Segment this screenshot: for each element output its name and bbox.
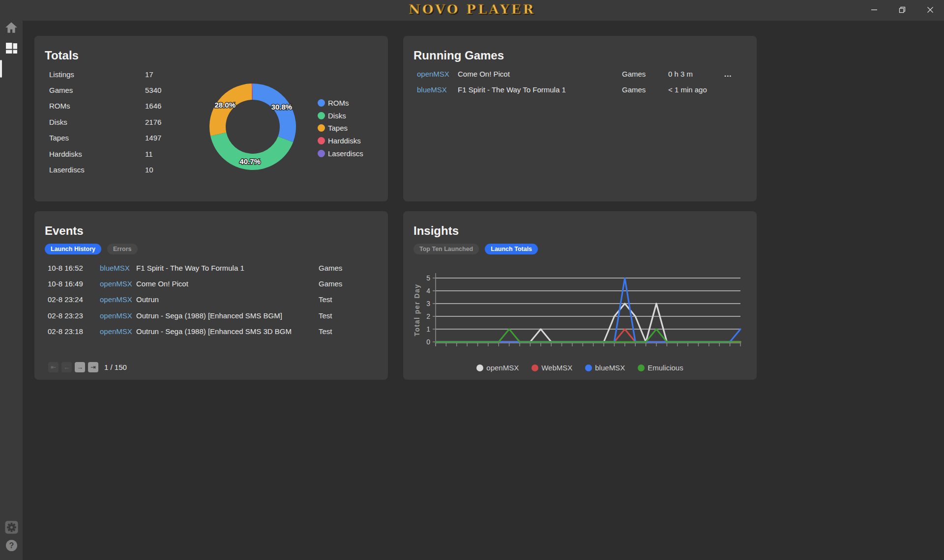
home-icon <box>5 22 18 33</box>
event-time: 10-8 16:49 <box>48 280 100 288</box>
event-row: 10-8 16:52blueMSXF1 Spirit - The Way To … <box>48 260 377 276</box>
totals-value: 2176 <box>145 118 161 126</box>
totals-row: Listings17 <box>49 66 211 82</box>
game-title: Come On! Picot <box>458 70 622 78</box>
legend-item: Tapes <box>318 122 363 135</box>
close-button[interactable] <box>919 0 942 20</box>
emulator-link: openMSX <box>100 280 136 288</box>
totals-donut-chart: 30.8%40.7%28.0% <box>199 73 307 181</box>
legend-dot <box>318 124 325 132</box>
event-row: 02-8 23:24openMSXOutrunTest <box>48 292 377 308</box>
legend-item: Emulicious <box>638 364 683 372</box>
legend-item: blueMSX <box>585 364 625 372</box>
tab-launch-history[interactable]: Launch History <box>45 244 101 254</box>
event-time: 02-8 23:24 <box>48 295 100 304</box>
legend-label: ROMs <box>328 99 349 107</box>
totals-value: 11 <box>145 150 153 158</box>
next-page-button[interactable]: → <box>75 362 85 372</box>
sidebar-item-dashboard[interactable] <box>0 42 23 55</box>
category-label: Test <box>319 327 332 336</box>
game-title: Outrun - Sega (1988) [Enhanced SMS BGM] <box>136 311 319 320</box>
panel-running-games: Running Games openMSX Come On! Picot Gam… <box>403 36 757 201</box>
totals-label: Harddisks <box>49 150 145 158</box>
svg-text:3: 3 <box>426 300 430 308</box>
legend-label: Tapes <box>328 124 348 132</box>
totals-row: Games5340 <box>49 82 211 98</box>
totals-value: 1497 <box>145 134 161 142</box>
insights-line-chart: 012345Total per Day <box>403 211 757 380</box>
totals-row: Tapes1497 <box>49 130 211 146</box>
legend-dot <box>318 112 325 119</box>
events-tabs: Launch History Errors <box>45 244 138 254</box>
events-list: 10-8 16:52blueMSXF1 Spirit - The Way To … <box>48 260 377 339</box>
running-row: openMSX Come On! Picot Games 0 h 3 m ... <box>417 66 747 82</box>
svg-text:5: 5 <box>426 274 430 282</box>
totals-row: Disks2176 <box>49 114 211 130</box>
gear-icon <box>5 521 18 534</box>
legend-label: WebMSX <box>541 364 572 372</box>
legend-item: Harddisks <box>318 135 363 147</box>
sidebar: ? <box>0 21 23 560</box>
panel-events: Events Launch History Errors 10-8 16:52b… <box>34 211 388 380</box>
app-logo: NOVO PLAYER <box>0 2 944 17</box>
totals-value: 5340 <box>145 86 161 94</box>
totals-label: ROMs <box>49 102 145 110</box>
legend-dot <box>318 137 325 144</box>
legend-dot <box>318 99 325 107</box>
svg-text:28.0%: 28.0% <box>215 101 236 109</box>
runtime-label: 0 h 3 m <box>668 70 724 78</box>
restore-icon <box>899 6 906 13</box>
legend-dot <box>318 150 325 157</box>
sidebar-item-help[interactable]: ? <box>0 539 23 552</box>
game-title: F1 Spirit - The Way To Formula 1 <box>136 264 319 272</box>
legend-label: Disks <box>328 112 346 120</box>
running-row: blueMSX F1 Spirit - The Way To Formula 1… <box>417 82 747 97</box>
legend-label: blueMSX <box>595 364 625 372</box>
last-page-button[interactable]: ⇥ <box>88 362 98 372</box>
legend-dot <box>531 364 538 371</box>
close-icon <box>927 6 934 13</box>
legend-dot <box>476 364 483 371</box>
panel-totals: Totals Listings17 Games5340 ROMs1646 Dis… <box>34 36 388 201</box>
totals-label: Laserdiscs <box>49 166 145 174</box>
question-glyph: ? <box>9 541 14 550</box>
totals-row: ROMs1646 <box>49 98 211 114</box>
event-row: 02-8 23:18openMSXOutrun - Sega (1988) [E… <box>48 324 377 339</box>
chart-legend: openMSX WebMSX blueMSX Emulicious <box>403 364 757 372</box>
maximize-button[interactable] <box>891 0 914 20</box>
page-indicator: 1 / 150 <box>104 363 127 371</box>
pagination: ⇤ ← → ⇥ 1 / 150 <box>48 362 127 372</box>
minimize-button[interactable] <box>863 0 885 20</box>
row-menu-button[interactable]: ... <box>724 70 732 78</box>
event-time: 02-8 23:23 <box>48 311 100 320</box>
category-label: Games <box>622 70 668 78</box>
category-label: Games <box>319 264 342 272</box>
sidebar-item-settings[interactable] <box>0 521 23 534</box>
legend-label: Harddisks <box>328 137 361 145</box>
panel-title: Events <box>45 224 84 238</box>
legend-item: WebMSX <box>531 364 572 372</box>
game-title: Come On! Picot <box>136 280 319 288</box>
prev-page-button[interactable]: ← <box>61 362 72 372</box>
legend-item: ROMs <box>318 97 363 110</box>
category-label: Test <box>319 311 332 320</box>
event-time: 10-8 16:52 <box>48 264 100 272</box>
legend-dot <box>585 364 592 371</box>
game-title: Outrun <box>136 295 319 304</box>
game-title: F1 Spirit - The Way To Formula 1 <box>458 85 622 94</box>
legend-dot <box>638 364 645 371</box>
totals-label: Listings <box>49 70 145 79</box>
first-page-button[interactable]: ⇤ <box>48 362 59 372</box>
legend-item: Disks <box>318 110 363 122</box>
runtime-label: < 1 min ago <box>668 85 724 94</box>
event-time: 02-8 23:18 <box>48 327 100 336</box>
sidebar-item-home[interactable] <box>0 22 23 33</box>
dashboard-icon <box>5 42 18 55</box>
totals-list: Listings17 Games5340 ROMs1646 Disks2176 … <box>49 66 211 178</box>
legend-item: openMSX <box>476 364 519 372</box>
legend-item: Laserdiscs <box>318 147 363 160</box>
emulator-link: openMSX <box>100 311 136 320</box>
totals-value: 17 <box>145 70 153 79</box>
tab-errors[interactable]: Errors <box>107 244 138 254</box>
svg-text:30.8%: 30.8% <box>271 103 293 111</box>
